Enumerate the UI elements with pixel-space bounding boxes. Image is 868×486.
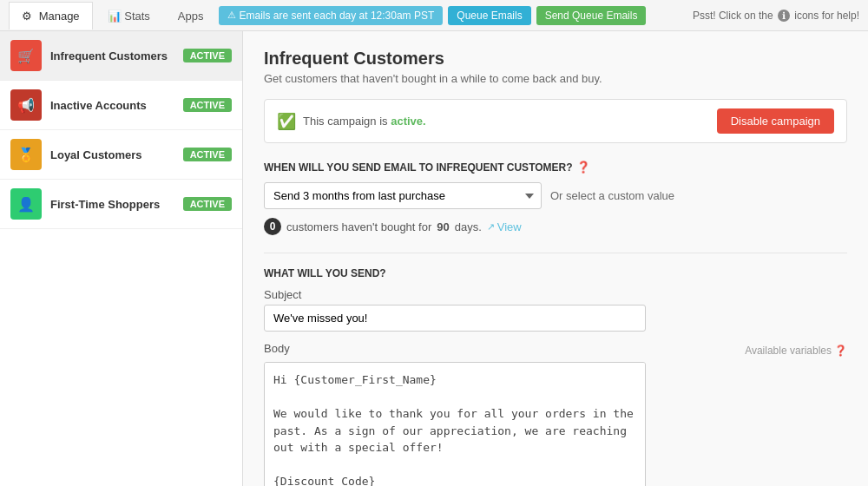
- customer-count-badge: 0: [264, 218, 281, 235]
- alert-banner: ⚠ Emails are sent each day at 12:30am PS…: [219, 6, 444, 25]
- when-help-icon[interactable]: ❓: [576, 161, 590, 174]
- stats-icon: 📊: [108, 10, 122, 23]
- help-text-1: Psst! Click on the: [693, 10, 773, 22]
- sidebar-item-inactive[interactable]: 📢 Inactive Accounts ACTIVE: [0, 81, 242, 130]
- body-row: Body Available variables ❓: [264, 342, 847, 358]
- disable-campaign-button[interactable]: Disable campaign: [717, 108, 834, 134]
- tab-apps[interactable]: Apps: [165, 2, 217, 30]
- inactive-icon: 📢: [10, 89, 42, 121]
- dropdown-row: Send 3 months from last purchase Send 1 …: [264, 182, 847, 209]
- tab-manage[interactable]: ⚙ Manage: [9, 2, 93, 30]
- send-queue-emails-button[interactable]: Send Queue Emails: [536, 6, 647, 25]
- sidebar-item-infrequent[interactable]: 🛒 Infrequent Customers ACTIVE: [0, 31, 242, 81]
- info-row: 0 customers haven't bought for 90 days. …: [264, 218, 847, 235]
- campaign-status-prefix: This campaign is: [303, 115, 388, 128]
- sidebar-item-firsttime[interactable]: 👤 First-Time Shoppers ACTIVE: [0, 180, 242, 229]
- sidebar-item-inactive-label: Inactive Accounts: [50, 99, 183, 112]
- tab-apps-label: Apps: [178, 10, 204, 23]
- available-vars: Available variables ❓: [745, 345, 847, 357]
- top-nav: ⚙ Manage 📊 Stats Apps ⚠ Emails are sent …: [0, 0, 868, 31]
- send-timing-select[interactable]: Send 3 months from last purchase Send 1 …: [264, 182, 542, 209]
- status-check-icon: ✅: [277, 112, 296, 131]
- info-icon: ℹ: [778, 10, 790, 22]
- sidebar-item-loyal-label: Loyal Customers: [50, 148, 183, 161]
- when-label-text: WHEN WILL YOU SEND EMAIL TO INFREQUENT C…: [264, 161, 573, 174]
- firsttime-icon: 👤: [10, 188, 42, 220]
- sidebar-item-loyal[interactable]: 🏅 Loyal Customers ACTIVE: [0, 130, 242, 180]
- page-title: Infrequent Customers: [264, 49, 847, 69]
- main-layout: 🛒 Infrequent Customers ACTIVE 📢 Inactive…: [0, 31, 868, 486]
- subject-label: Subject: [264, 288, 847, 301]
- subject-input[interactable]: [264, 305, 646, 332]
- sidebar-item-loyal-badge: ACTIVE: [183, 148, 232, 161]
- sidebar-item-inactive-badge: ACTIVE: [183, 98, 232, 112]
- campaign-status-text: This campaign is active.: [303, 115, 717, 128]
- gear-icon: ⚙: [22, 10, 32, 23]
- view-link-label: View: [497, 220, 522, 233]
- nav-help-text: Psst! Click on the ℹ icons for help!: [693, 10, 859, 22]
- section-divider: [264, 253, 847, 253]
- tab-manage-label: Manage: [39, 10, 80, 23]
- what-section: WHAT WILL YOU SEND? Subject Body Availab…: [264, 267, 847, 486]
- info-text1: customers haven't bought for: [286, 220, 431, 233]
- info-days-unit: days.: [455, 220, 482, 233]
- body-label: Body: [264, 342, 290, 355]
- what-section-label: WHAT WILL YOU SEND?: [264, 267, 847, 279]
- sidebar-item-firsttime-badge: ACTIVE: [183, 197, 232, 211]
- tab-stats[interactable]: 📊 Stats: [95, 2, 163, 30]
- warning-icon: ⚠: [227, 10, 236, 21]
- page-subtitle: Get customers that haven't bought in a w…: [264, 72, 847, 85]
- tab-stats-label: Stats: [124, 10, 150, 23]
- sidebar-item-infrequent-label: Infrequent Customers: [50, 49, 183, 62]
- queue-emails-button[interactable]: Queue Emails: [448, 6, 530, 25]
- loyal-icon: 🏅: [10, 139, 42, 170]
- help-text-2: icons for help!: [794, 10, 859, 22]
- campaign-active-word: active.: [391, 115, 425, 128]
- content-area: Infrequent Customers Get customers that …: [243, 31, 868, 486]
- available-vars-help-icon[interactable]: ❓: [834, 345, 847, 357]
- when-section-label: WHEN WILL YOU SEND EMAIL TO INFREQUENT C…: [264, 161, 847, 174]
- info-days: 90: [437, 220, 449, 233]
- available-vars-label: Available variables: [745, 345, 832, 357]
- sidebar-item-firsttime-label: First-Time Shoppers: [50, 198, 183, 211]
- sidebar: 🛒 Infrequent Customers ACTIVE 📢 Inactive…: [0, 31, 243, 486]
- campaign-status-bar: ✅ This campaign is active. Disable campa…: [264, 99, 847, 143]
- external-link-icon: ↗: [487, 221, 495, 233]
- body-textarea[interactable]: [264, 362, 646, 486]
- infrequent-icon: 🛒: [10, 40, 42, 71]
- alert-text: Emails are sent each day at 12:30am PST: [240, 10, 435, 22]
- custom-value-label: Or select a custom value: [550, 189, 674, 202]
- sidebar-item-infrequent-badge: ACTIVE: [183, 49, 232, 62]
- view-link[interactable]: ↗ View: [487, 220, 522, 233]
- what-label-text: WHAT WILL YOU SEND?: [264, 267, 386, 279]
